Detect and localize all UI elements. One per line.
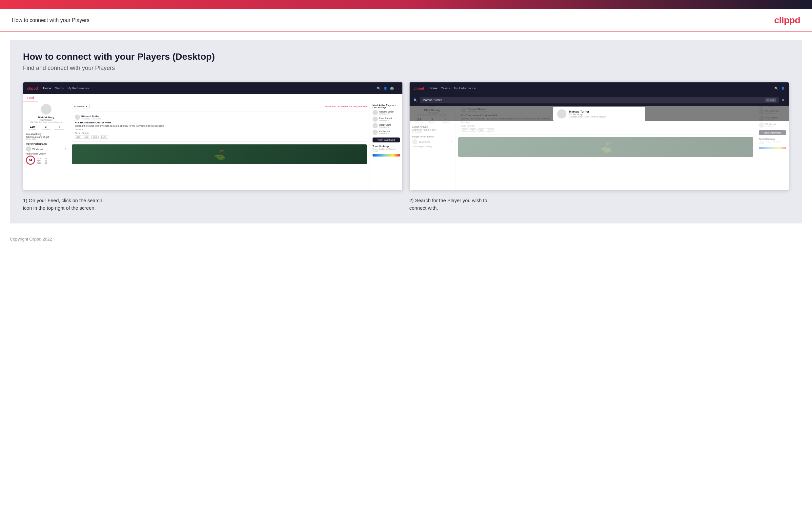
stat-followers-label-1: Followers	[42, 128, 50, 130]
activity-user-name-1: Richard Butler	[81, 115, 101, 118]
right-avatar-2	[373, 117, 378, 122]
control-link-1[interactable]: Control who can see your activity and da…	[324, 105, 367, 108]
stat-activities-1: 129 Activities	[29, 125, 36, 130]
mock-nav-links-2: Home Teams My Performance	[429, 87, 769, 90]
tpq-label-1: Total Player Quality	[26, 153, 66, 155]
right-player-name-4: Eli Vincent	[379, 130, 390, 133]
main-title: How to connect with your Players (Deskto…	[23, 51, 789, 62]
heatmap-title-1: Team Heatmap	[373, 145, 400, 147]
stat-activities-num-1: 129	[29, 125, 36, 128]
right-player-acts-4: Activities: 1	[379, 133, 390, 134]
right-player-acts-1: Activities: 7	[379, 113, 393, 115]
latest-label-1: Latest Activity	[26, 133, 66, 135]
header: How to connect with your Players clippd	[0, 9, 812, 32]
screenshot-block-1: clippd Home Teams My Performance 🔍 👤 ⚙️ …	[23, 82, 403, 212]
mock-right-1: Most Active Players - Last 30 days Richa…	[370, 101, 402, 190]
mock-nav-teams-1: Teams	[55, 87, 64, 90]
bar-app-1: APP 70	[37, 160, 50, 162]
activity-user-1: Richard Butler Yesterday · The Grove	[75, 115, 364, 120]
mock-nav-perf-2: My Performance	[454, 87, 476, 90]
tag-app-1: APP	[83, 135, 90, 139]
profile-name-1: Blair McHarg	[26, 116, 66, 119]
profile-title-1: Golf Coach	[26, 119, 66, 121]
right-player-2: Piers Parnell Activities: 4	[373, 117, 400, 122]
caption-1: 1) On your Feed, click on the searchicon…	[23, 190, 403, 212]
mock-screen-1: clippd Home Teams My Performance 🔍 👤 ⚙️ …	[23, 82, 403, 190]
tag-arg-1: ARG	[91, 135, 99, 139]
golfer-silhouette-1: ⛳	[213, 149, 226, 160]
activity-duration-1: Duration	[75, 128, 364, 131]
mock-logo-2: clippd	[414, 86, 424, 90]
tag-ott-1: OTT	[75, 135, 82, 139]
mock-nav-1: clippd Home Teams My Performance 🔍 👤 ⚙️ …	[23, 82, 402, 94]
right-avatar-1	[373, 110, 378, 115]
close-search-button-2[interactable]: ✕	[781, 98, 785, 102]
following-button-1[interactable]: Following ▾	[72, 104, 90, 109]
mock-center-1: Following ▾ Control who can see your act…	[69, 101, 370, 190]
footer: Copyright Clippd 2022	[0, 231, 812, 247]
dropdown-arrow-1[interactable]: ▾	[65, 148, 66, 150]
avatar-icon-1: ○	[396, 87, 398, 90]
right-player-1: Richard Butler Activities: 7	[373, 110, 400, 115]
activity-tags-1: OTT APP ARG PUTT	[75, 135, 364, 139]
footer-text: Copyright Clippd 2022	[10, 237, 52, 242]
stat-following-label-1: Following	[55, 128, 64, 130]
stat-following-num-1: 4	[55, 125, 64, 128]
search-overlay-2: 🔍 Marcus Turner CLEAR ✕ Marcus Turner 1-…	[410, 94, 789, 121]
clear-button-2[interactable]: CLEAR	[765, 98, 776, 102]
profile-stats-1: 129 Activities 3 Followers 4 Following	[26, 125, 66, 130]
right-player-name-2: Piers Parnell	[379, 117, 392, 120]
search-input-area-2[interactable]: Marcus Turner CLEAR	[420, 97, 779, 103]
player-perf-title-1: Player Performance	[26, 143, 66, 145]
search-query-2: Marcus Turner	[423, 98, 442, 102]
result-name-2: Marcus Turner	[569, 110, 606, 113]
search-bar-2: 🔍 Marcus Turner CLEAR ✕	[410, 94, 789, 106]
result-handicap-2: 1-5 Handicap	[569, 113, 606, 116]
profile-location-1: Mill Ride Golf Club, United Kingdom	[26, 121, 66, 123]
stat-followers-1: 3 Followers	[42, 125, 50, 130]
heatmap-sub-1: Player Quality · 20 Round Trend	[373, 148, 400, 152]
main-content: How to connect with your Players (Deskto…	[10, 40, 802, 223]
bar-arg-1: ARG 61	[37, 162, 50, 164]
tpq-score-1: 84	[26, 156, 35, 165]
mock-left-1: Blair McHarg Golf Coach Mill Ride Golf C…	[23, 101, 69, 190]
mock-nav-icons-2: 🔍 👤	[774, 87, 785, 90]
search-result-2[interactable]: Marcus Turner 1-5 Handicap Cypress Point…	[553, 107, 645, 121]
heatmap-bar-1	[373, 154, 400, 157]
player-avatar-1	[26, 146, 31, 152]
mock-nav-perf-1: My Performance	[67, 87, 89, 90]
right-player-name-1: Richard Butler	[379, 111, 393, 113]
right-player-acts-3: Activities: 3	[379, 126, 391, 128]
mock-body-1: Blair McHarg Golf Coach Mill Ride Golf C…	[23, 101, 402, 190]
main-subtitle: Find and connect with your Players	[23, 65, 789, 72]
activity-avatar-1	[75, 115, 80, 120]
logo: clippd	[774, 15, 800, 26]
search-icon-1[interactable]: 🔍	[377, 87, 381, 90]
page-title: How to connect with your Players	[12, 17, 90, 23]
settings-icon-1: ⚙️	[390, 87, 394, 90]
activity-user-sub-1: Yesterday · The Grove	[81, 118, 101, 120]
mock-nav-home-2: Home	[429, 87, 437, 90]
team-dashboard-btn-1[interactable]: Team Dashboard	[373, 137, 400, 142]
activity-desc-1: Walking the course with my coach to buil…	[75, 125, 364, 127]
right-player-name-3: Hiral Pujara	[379, 124, 391, 126]
activity-title-1: Pre Tournament Course Walk	[75, 121, 364, 124]
search-icon-2[interactable]: 🔍	[774, 87, 778, 90]
person-icon-1: 👤	[383, 87, 387, 90]
latest-date-1: 27 Jul 2022	[26, 138, 66, 140]
feed-tab-1[interactable]: Feed	[23, 95, 38, 101]
mock-nav-home-1: Home	[43, 87, 51, 90]
tag-putt-1: PUTT	[100, 135, 108, 139]
right-player-4: Eli Vincent Activities: 1	[373, 130, 400, 135]
stat-following-1: 4 Following	[55, 125, 64, 130]
screenshot-block-2: clippd Home Teams My Performance 🔍 👤	[409, 82, 789, 212]
activity-card-1: Richard Butler Yesterday · The Grove Pre…	[72, 112, 367, 142]
bar-ott-1: OTT 79	[37, 158, 50, 160]
person-icon-2: 👤	[781, 87, 785, 90]
mock-nav-icons-1: 🔍 👤 ⚙️ ○	[377, 87, 398, 90]
activity-duration-val-1: 02 hr : 00 min	[75, 132, 364, 134]
top-gradient-bar	[0, 0, 812, 9]
most-active-title-1: Most Active Players - Last 30 days	[373, 104, 400, 109]
profile-image-1	[41, 104, 51, 115]
mock-nav-2: clippd Home Teams My Performance 🔍 👤	[410, 82, 789, 94]
